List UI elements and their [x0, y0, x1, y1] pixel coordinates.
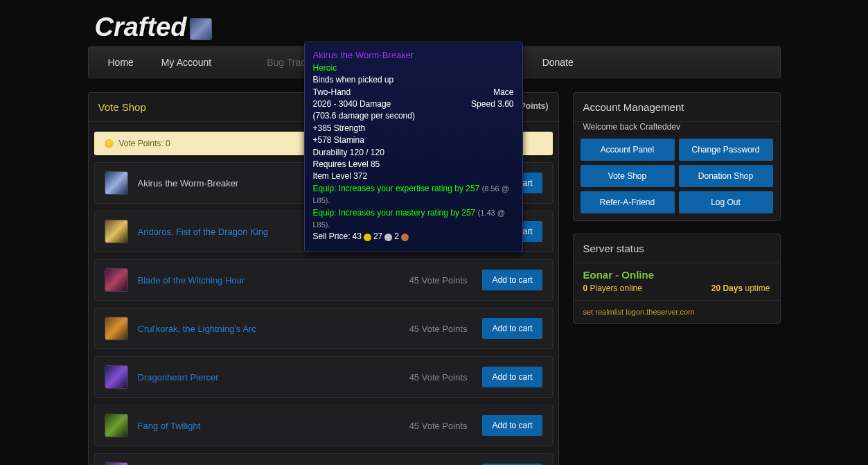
- item-icon[interactable]: [105, 220, 128, 243]
- account-btn-vote-shop[interactable]: Vote Shop: [581, 165, 675, 187]
- coin-icon: [104, 139, 114, 148]
- item-row: Fang of Twilight45 Vote PointsAdd to car…: [94, 405, 553, 446]
- realmlist-text: set realmlist logon.theserver.com: [574, 300, 780, 323]
- server-uptime: 20 Days uptime: [711, 283, 770, 293]
- server-panel: Server status Eonar - Online 0 Players o…: [573, 234, 781, 324]
- account-btn-log-out[interactable]: Log Out: [679, 191, 773, 213]
- tooltip-ilvl: Item Level 372: [313, 170, 514, 182]
- item-icon[interactable]: [105, 365, 128, 389]
- item-price: 45 Vote Points: [409, 421, 468, 431]
- account-btn-refer-a-friend[interactable]: Refer-A-Friend: [581, 191, 675, 213]
- account-btn-change-password[interactable]: Change Password: [679, 139, 773, 161]
- tooltip-dur: Durability 120 / 120: [313, 147, 514, 159]
- account-btn-account-panel[interactable]: Account Panel: [581, 139, 675, 161]
- item-icon[interactable]: [105, 317, 128, 340]
- players-online: 0 Players online: [583, 283, 642, 293]
- tooltip-type: Mace: [493, 87, 513, 98]
- nav-donate[interactable]: Donate: [529, 47, 587, 78]
- item-row: Finkle's Mixer Upper45 Vote PointsAdd to…: [94, 453, 553, 465]
- tooltip-str: +385 Strength: [313, 123, 514, 134]
- nav-hidden1[interactable]: [225, 47, 253, 78]
- account-title: Account Management: [574, 93, 780, 122]
- tooltip-item-name: Akirus the Worm-Breaker: [313, 49, 514, 62]
- add-to-cart-button[interactable]: Add to cart: [482, 367, 542, 387]
- tooltip-req: Requires Level 85: [313, 159, 514, 170]
- account-btn-donation-shop[interactable]: Donation Shop: [679, 165, 773, 187]
- nav-account[interactable]: My Account: [148, 47, 225, 78]
- item-icon[interactable]: [105, 462, 128, 465]
- item-price: 45 Vote Points: [409, 372, 468, 383]
- item-icon[interactable]: [105, 171, 128, 195]
- add-to-cart-button[interactable]: Add to cart: [482, 318, 542, 339]
- item-price: 45 Vote Points: [409, 275, 468, 286]
- account-panel: Account Management Welcome back Craftedd…: [573, 92, 781, 221]
- site-logo: Crafted: [88, 7, 781, 46]
- gold-icon: [364, 234, 371, 241]
- tooltip-heroic: Heroic: [313, 62, 514, 74]
- tooltip-sta: +578 Stamina: [313, 134, 514, 146]
- tooltip-dmg: 2026 - 3040 Damage: [313, 98, 391, 110]
- item-name-link[interactable]: Crul'korak, the Lightning's Arc: [138, 324, 400, 334]
- server-title: Server status: [574, 234, 780, 263]
- welcome-text: Welcome back Crafteddev: [574, 122, 780, 139]
- add-to-cart-button[interactable]: Add to cart: [482, 270, 542, 290]
- nav-home[interactable]: Home: [94, 47, 148, 78]
- item-name-link[interactable]: Fang of Twilight: [138, 421, 400, 431]
- item-tooltip: Akirus the Worm-Breaker Heroic Binds whe…: [304, 42, 523, 252]
- item-icon[interactable]: [105, 268, 128, 292]
- item-price: 45 Vote Points: [409, 324, 468, 334]
- tooltip-bind: Binds when picked up: [313, 74, 514, 86]
- server-name: Eonar - Online: [574, 263, 780, 283]
- item-icon[interactable]: [105, 414, 128, 437]
- copper-icon: [401, 234, 409, 241]
- vote-points-label: Vote Points: 0: [119, 139, 170, 148]
- tooltip-hand: Two-Hand: [313, 87, 351, 98]
- add-to-cart-button[interactable]: Add to cart: [482, 415, 542, 436]
- tooltip-equip2: Equip: Increases your mastery rating by …: [313, 207, 514, 231]
- item-row: Blade of the Witching Hour45 Vote Points…: [94, 259, 553, 301]
- item-row: Crul'korak, the Lightning's Arc45 Vote P…: [94, 308, 553, 349]
- tooltip-sell: Sell Price: 43 27 2: [313, 231, 514, 243]
- tooltip-speed: Speed 3.60: [471, 98, 513, 110]
- silver-icon: [384, 234, 392, 241]
- item-name-link[interactable]: Blade of the Witching Hour: [138, 275, 400, 286]
- tooltip-equip1: Equip: Increases your expertise rating b…: [313, 183, 514, 207]
- item-row: Dragonheart Piercer45 Vote PointsAdd to …: [94, 356, 553, 398]
- item-name-link[interactable]: Dragonheart Piercer: [138, 372, 400, 383]
- tooltip-dps: (703.6 damage per second): [313, 110, 514, 122]
- logo-icon: [190, 18, 212, 40]
